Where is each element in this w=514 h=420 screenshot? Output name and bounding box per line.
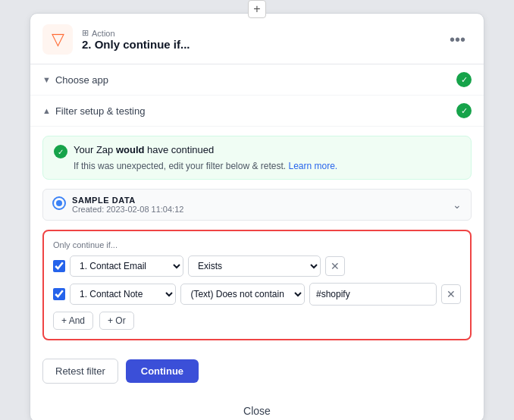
filter-row-1: 1. Contact Email Exists ✕ (53, 255, 461, 277)
filter-row-2-checkbox[interactable] (53, 288, 65, 300)
filter-row-2-remove-button[interactable]: ✕ (441, 284, 461, 304)
filter-add-actions: + And + Or (53, 312, 461, 330)
filter-row-1-remove-button[interactable]: ✕ (325, 256, 345, 276)
action-type-label: ⊞ Action (82, 28, 190, 38)
add-or-button[interactable]: + Or (99, 312, 134, 330)
chevron-down-icon: ▼ (42, 75, 51, 84)
filter-icon: ▽ (52, 30, 64, 49)
action-card: ▽ ⊞ Action 2. Only continue if... ••• ▼ … (30, 13, 484, 420)
add-step-button[interactable]: + (248, 0, 266, 18)
choose-app-section[interactable]: ▼ Choose app ✓ (30, 64, 484, 96)
filter-row-2-condition-select[interactable]: (Text) Does not contain (180, 284, 305, 305)
choose-app-check: ✓ (456, 72, 472, 87)
chevron-up-icon: ▲ (42, 106, 51, 115)
filter-setup-section[interactable]: ▲ Filter setup & testing ✓ (30, 96, 484, 127)
action-type-icon: ⊞ (82, 28, 89, 38)
choose-app-label[interactable]: ▼ Choose app (42, 74, 108, 86)
more-options-button[interactable]: ••• (443, 28, 472, 52)
header-left: ▽ ⊞ Action 2. Only continue if... (42, 24, 190, 55)
notification-text: Your Zap would have continued (74, 144, 214, 155)
sample-data-chevron-icon: ⌄ (453, 199, 462, 211)
header-meta: ⊞ Action 2. Only continue if... (82, 28, 190, 51)
filter-section-label: Only continue if... (53, 240, 461, 249)
card-footer: Retest filter Continue (30, 351, 484, 396)
sample-dot-icon (52, 196, 66, 210)
notification-check-icon: ✓ (54, 145, 67, 158)
learn-more-link[interactable]: Learn more. (288, 161, 337, 171)
action-title: 2. Only continue if... (82, 38, 190, 51)
filter-row-2: 1. Contact Note (Text) Does not contain … (53, 283, 461, 306)
retest-filter-button[interactable]: Retest filter (42, 359, 118, 384)
filter-row-1-checkbox[interactable] (53, 260, 65, 272)
filter-setup-label[interactable]: ▲ Filter setup & testing (42, 105, 145, 117)
continue-button[interactable]: Continue (126, 359, 199, 383)
app-logo-box: ▽ (42, 24, 73, 55)
add-and-button[interactable]: + And (53, 312, 93, 330)
close-button[interactable]: Close (30, 396, 484, 420)
notification-main: ✓ Your Zap would have continued (54, 144, 460, 158)
notification-banner: ✓ Your Zap would have continued If this … (42, 136, 472, 180)
sample-data-row[interactable]: SAMPLE DATA Created: 2023-02-08 11:04:12… (42, 189, 472, 221)
sample-data-info: SAMPLE DATA Created: 2023-02-08 11:04:12 (72, 196, 183, 214)
page-wrapper: + ▽ ⊞ Action 2. Only continue if... ••• (0, 0, 514, 420)
notification-subtext: If this was unexpected, edit your filter… (54, 161, 460, 171)
filter-section: Only continue if... 1. Contact Email Exi… (42, 230, 472, 340)
filter-setup-check: ✓ (456, 103, 472, 118)
sample-data-left: SAMPLE DATA Created: 2023-02-08 11:04:12 (52, 196, 183, 214)
filter-row-2-field-select[interactable]: 1. Contact Note (70, 284, 176, 305)
filter-row-1-condition-select[interactable]: Exists (188, 255, 321, 277)
card-header: ▽ ⊞ Action 2. Only continue if... ••• (30, 14, 484, 64)
filter-row-2-value-input[interactable] (309, 283, 437, 306)
filter-row-1-field-select[interactable]: 1. Contact Email (70, 255, 183, 277)
